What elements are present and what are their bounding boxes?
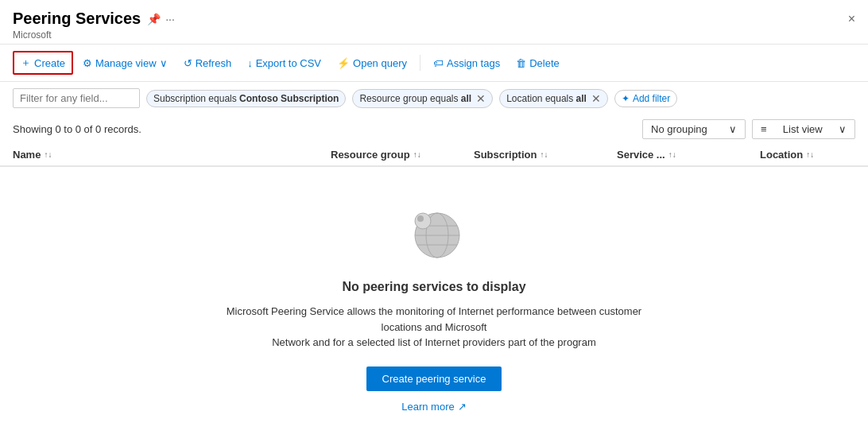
stats-bar: Showing 0 to 0 of 0 records. No grouping… <box>0 114 868 144</box>
name-column-header[interactable]: Name ↑↓ <box>13 149 331 161</box>
download-icon: ↓ <box>247 57 253 69</box>
manage-view-button[interactable]: ⚙ Manage view ∨ <box>76 54 174 72</box>
open-query-button[interactable]: ⚡ Open query <box>331 54 413 72</box>
plus-icon: ＋ <box>21 56 31 70</box>
location-sort-icon: ↑↓ <box>806 150 814 159</box>
close-button[interactable]: × <box>848 12 855 26</box>
page-title: Peering Services <box>13 10 141 28</box>
location-column-header[interactable]: Location ↑↓ <box>760 149 855 161</box>
service-sort-icon: ↑↓ <box>668 150 676 159</box>
refresh-button[interactable]: ↺ Refresh <box>177 54 238 72</box>
add-filter-button[interactable]: ✦ Add filter <box>614 90 677 107</box>
delete-button[interactable]: 🗑 Delete <box>510 54 566 72</box>
globe-icon <box>402 200 466 264</box>
trash-icon: 🗑 <box>516 57 526 69</box>
subscription-filter-tag: Subscription equals Contoso Subscription <box>146 90 346 107</box>
pin-icon[interactable]: 📌 <box>147 13 161 25</box>
create-peering-service-button[interactable]: Create peering service <box>366 366 502 391</box>
resource-group-filter-close[interactable]: ✕ <box>476 92 486 105</box>
tag-icon: 🏷 <box>433 57 444 69</box>
chevron-down-icon: ∨ <box>160 57 168 69</box>
service-column-header[interactable]: Service ... ↑↓ <box>617 149 760 161</box>
table-header: Name ↑↓ Resource group ↑↓ Subscription ↑… <box>0 144 868 167</box>
empty-description: Microsoft Peering Service allows the mon… <box>215 304 653 351</box>
empty-state: No peering services to display Microsoft… <box>0 167 868 446</box>
refresh-icon: ↺ <box>184 57 192 69</box>
view-controls: No grouping ∨ ≡ List view ∨ <box>642 119 855 139</box>
empty-title: No peering services to display <box>342 280 525 294</box>
subtitle: Microsoft <box>13 29 855 41</box>
query-icon: ⚡ <box>337 57 350 69</box>
svg-point-5 <box>415 213 431 229</box>
list-view-chevron-icon: ∨ <box>839 123 847 135</box>
list-view-dropdown[interactable]: ≡ List view ∨ <box>752 119 855 139</box>
create-button[interactable]: ＋ Create <box>13 51 73 75</box>
resource-group-filter-tag: Resource group equals all ✕ <box>352 89 493 108</box>
subscription-sort-icon: ↑↓ <box>540 150 548 159</box>
svg-point-6 <box>417 215 424 222</box>
location-filter-close[interactable]: ✕ <box>591 92 601 105</box>
subscription-column-header[interactable]: Subscription ↑↓ <box>474 149 617 161</box>
resource-group-column-header[interactable]: Resource group ↑↓ <box>331 149 474 161</box>
gear-icon: ⚙ <box>83 57 92 69</box>
resource-group-sort-icon: ↑↓ <box>413 150 421 159</box>
learn-more-link[interactable]: Learn more ↗ <box>401 401 466 413</box>
list-view-icon: ≡ <box>761 123 767 135</box>
filter-bar: Subscription equals Contoso Subscription… <box>0 82 868 114</box>
external-link-icon: ↗ <box>458 401 467 413</box>
toolbar: ＋ Create ⚙ Manage view ∨ ↺ Refresh ↓ Exp… <box>0 45 868 82</box>
create-label: Create <box>34 57 65 69</box>
separator <box>420 55 420 71</box>
grouping-chevron-icon: ∨ <box>729 123 737 135</box>
grouping-dropdown[interactable]: No grouping ∨ <box>642 119 746 139</box>
export-button[interactable]: ↓ Export to CSV <box>241 54 327 72</box>
plus-filter-icon: ✦ <box>622 93 630 104</box>
name-sort-icon: ↑↓ <box>44 150 52 159</box>
more-icon[interactable]: ··· <box>165 13 175 25</box>
stats-text: Showing 0 to 0 of 0 records. <box>13 123 141 135</box>
filter-input[interactable] <box>13 88 140 108</box>
location-filter-tag: Location equals all ✕ <box>499 89 608 108</box>
assign-tags-button[interactable]: 🏷 Assign tags <box>427 54 506 72</box>
